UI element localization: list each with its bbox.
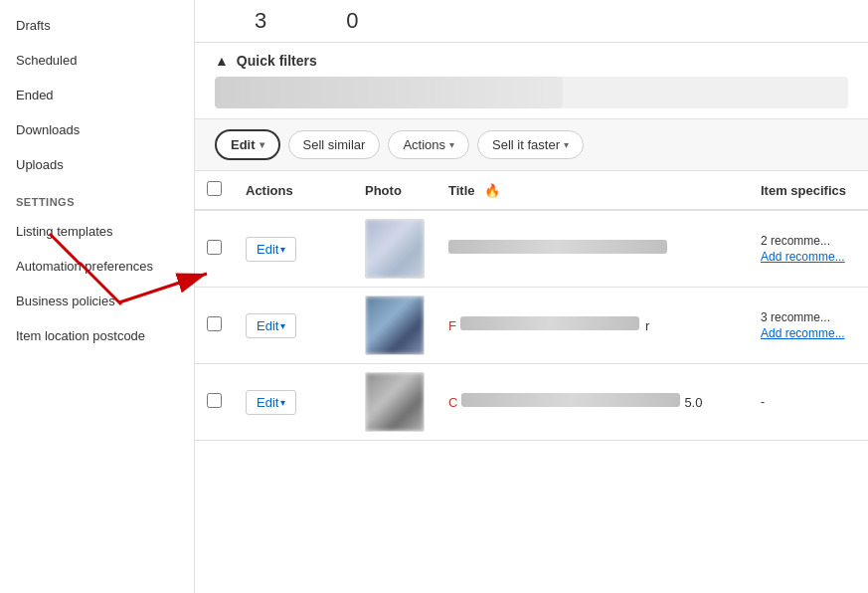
row-1-edit-label: Edit: [257, 242, 278, 257]
row-2-edit-label: Edit: [257, 318, 278, 333]
row-3-title-row: C 5.0: [448, 393, 737, 411]
sidebar-item-automation-preferences[interactable]: Automation preferences: [0, 249, 194, 284]
row-1-thumbnail: [366, 220, 424, 278]
table-row: Edit ▾ C 5.0: [195, 364, 868, 441]
select-all-checkbox[interactable]: [207, 181, 222, 196]
row-2-checkbox[interactable]: [207, 316, 222, 331]
row-3-actions-cell: Edit ▾: [234, 364, 353, 441]
sidebar-item-downloads[interactable]: Downloads: [0, 112, 194, 147]
row-1-edit-chevron-icon: ▾: [280, 244, 285, 255]
row-1-title-blur: [448, 240, 667, 254]
row-2-title-row: F r: [448, 316, 737, 334]
sidebar-item-uploads[interactable]: Uploads: [0, 147, 194, 182]
row-2-title-suffix: r: [645, 318, 649, 333]
edit-label: Edit: [231, 137, 256, 152]
row-2-recommend-count: 3 recomme...: [761, 310, 830, 324]
row-3-edit-button[interactable]: Edit ▾: [246, 390, 296, 415]
sidebar-item-ended[interactable]: Ended: [0, 78, 194, 112]
row-2-add-link[interactable]: Add recomme...: [761, 326, 856, 340]
row-3-photo: [365, 372, 425, 432]
select-all-header: [195, 171, 234, 210]
row-3-title-cell: C 5.0: [436, 364, 749, 441]
row-3-title-prefix: C: [448, 395, 457, 410]
chevron-up-icon: ▲: [215, 53, 229, 69]
row-2-title-blur: [460, 316, 639, 330]
actions-column-header: Actions: [234, 171, 353, 210]
sidebar-item-drafts[interactable]: Drafts: [0, 8, 194, 43]
sell-faster-button[interactable]: Sell it faster ▾: [477, 130, 584, 159]
row-2-actions-cell: Edit ▾: [234, 288, 353, 364]
row-1-recommend-count: 2 recomme...: [761, 234, 830, 248]
sell-faster-chevron-icon: ▾: [564, 139, 569, 150]
row-2-checkbox-cell: [195, 288, 234, 364]
sidebar-item-listing-templates[interactable]: Listing templates: [0, 214, 194, 249]
row-2-edit-button[interactable]: Edit ▾: [246, 313, 296, 338]
sidebar-item-item-location-postcode[interactable]: Item location postcode: [0, 318, 194, 353]
row-1-item-specifics: 2 recomme... Add recomme...: [749, 210, 868, 288]
filter-bar[interactable]: [215, 77, 848, 108]
row-3-dash: -: [761, 395, 765, 409]
row-1-actions-cell: Edit ▾: [234, 210, 353, 288]
listings-table-wrapper: Actions Photo Title 🔥 Item specifics: [195, 171, 868, 441]
row-2-thumbnail: [366, 296, 424, 354]
toolbar: Edit ▾ Sell similar Actions ▾ Sell it fa…: [195, 119, 868, 171]
row-1-checkbox-cell: [195, 210, 234, 288]
row-2-title-cell: F r: [436, 288, 749, 364]
row-1-checkbox[interactable]: [207, 240, 222, 255]
row-1-photo-cell: [353, 210, 436, 288]
table-row: Edit ▾ 2 recomme... Add recom: [195, 210, 868, 288]
row-3-edit-chevron-icon: ▾: [280, 397, 285, 408]
actions-button[interactable]: Actions ▾: [388, 130, 469, 159]
actions-label: Actions: [403, 137, 445, 152]
edit-chevron-icon: ▾: [260, 139, 264, 150]
item-specifics-column-header: Item specifics: [749, 171, 868, 210]
sell-similar-button[interactable]: Sell similar: [288, 130, 381, 159]
edit-button[interactable]: Edit ▾: [215, 129, 280, 160]
row-1-title-cell: [436, 210, 749, 288]
fire-icon: 🔥: [484, 183, 500, 198]
photo-column-header: Photo: [353, 171, 436, 210]
row-3-thumbnail: [366, 373, 424, 431]
row-3-title-suffix: 5.0: [684, 395, 702, 410]
sidebar: Drafts Scheduled Ended Downloads Uploads…: [0, 0, 195, 593]
count-3: 3: [215, 8, 306, 34]
quick-filters-section: ▲ Quick filters: [195, 43, 868, 119]
row-2-photo-cell: [353, 288, 436, 364]
row-3-item-specifics: -: [749, 364, 868, 441]
row-2-photo: [365, 296, 425, 355]
row-3-title-blur: [461, 393, 680, 407]
table-row: Edit ▾ F r: [195, 288, 868, 364]
sidebar-item-scheduled[interactable]: Scheduled: [0, 43, 194, 78]
row-3-checkbox[interactable]: [207, 393, 222, 408]
quick-filters-toggle[interactable]: ▲ Quick filters: [215, 53, 848, 69]
row-3-edit-label: Edit: [257, 395, 278, 410]
sidebar-item-business-policies[interactable]: Business policies: [0, 284, 194, 318]
sell-similar-label: Sell similar: [303, 137, 366, 152]
row-1-photo: [365, 219, 425, 279]
row-3-photo-cell: [353, 364, 436, 441]
row-2-title-prefix: F: [448, 318, 456, 333]
row-2-edit-chevron-icon: ▾: [280, 320, 285, 331]
row-1-edit-button[interactable]: Edit ▾: [246, 237, 296, 262]
row-3-checkbox-cell: [195, 364, 234, 441]
filter-bar-fill: [215, 77, 563, 108]
counts-row: 3 0: [195, 0, 868, 43]
actions-chevron-icon: ▾: [449, 139, 454, 150]
main-content: 3 0 ▲ Quick filters Edit ▾ Sell similar …: [195, 0, 868, 593]
sell-faster-label: Sell it faster: [492, 137, 560, 152]
listings-table: Actions Photo Title 🔥 Item specifics: [195, 171, 868, 441]
row-2-item-specifics: 3 recomme... Add recomme...: [749, 288, 868, 364]
title-column-header: Title 🔥: [436, 171, 749, 210]
settings-section-label: SETTINGS: [0, 182, 194, 214]
quick-filters-label: Quick filters: [237, 53, 317, 69]
count-0: 0: [306, 8, 398, 34]
row-1-add-link[interactable]: Add recomme...: [761, 250, 856, 264]
